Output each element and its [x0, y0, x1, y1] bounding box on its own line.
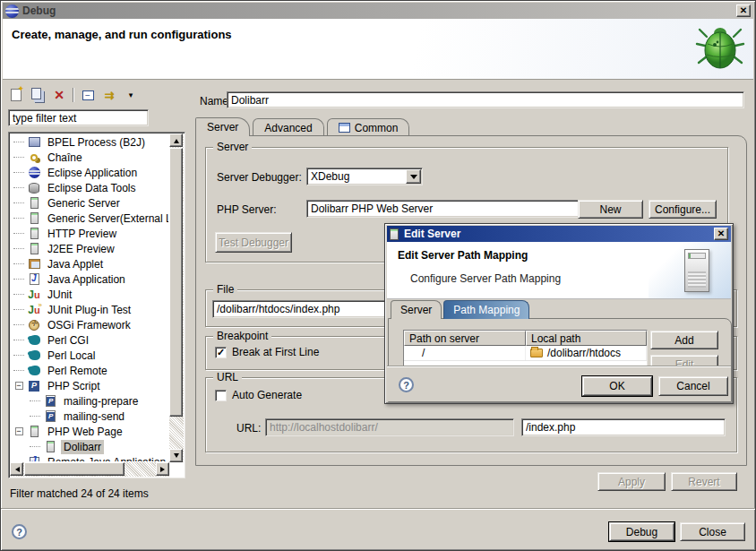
name-input[interactable] [227, 91, 744, 108]
auto-generate-label: Auto Generate [232, 389, 302, 401]
scrollbar-thumb[interactable] [169, 148, 183, 417]
tree-item-php-web-page[interactable]: −PHP Web Page [11, 424, 168, 439]
java-icon [27, 272, 41, 286]
debug-configurations-window: Debug ✕ Create, manage, and run configur… [0, 0, 756, 551]
tree-item-perl-cgi[interactable]: Perl CGI [11, 332, 168, 348]
revert-button[interactable]: Revert [671, 472, 737, 491]
tree-item-remote-java-application[interactable]: Remote Java Application [11, 454, 168, 461]
tree-item-mailing-prepare[interactable]: mailing-prepare [11, 393, 168, 409]
chevron-down-icon[interactable] [406, 169, 421, 184]
server-path-cell: / [404, 346, 526, 360]
filter-status: Filter matched 24 of 24 items [10, 487, 149, 500]
tree-item-junit[interactable]: JUnit [11, 287, 168, 302]
tab-common[interactable]: Common [327, 118, 410, 136]
server-debugger-combo[interactable]: XDebug [306, 168, 423, 185]
tree-item-php-script[interactable]: −PHP Script [11, 378, 168, 393]
tree-item-osgi-framework[interactable]: OSGi Framework [11, 317, 168, 332]
dialog-tab-path-mapping[interactable]: Path Mapping [443, 300, 529, 319]
tab-server[interactable]: Server [195, 117, 250, 136]
tree-item-perl-local[interactable]: Perl Local [11, 348, 168, 363]
apply-button[interactable]: Apply [597, 472, 666, 491]
debug-button[interactable]: Debug [609, 522, 674, 541]
scrollbar-thumb[interactable] [24, 462, 125, 476]
filter-input[interactable] [8, 109, 149, 126]
url-input[interactable] [265, 418, 514, 436]
close-icon: ✕ [740, 6, 747, 15]
file-group-legend: File [213, 283, 237, 296]
scroll-left-button[interactable] [10, 462, 23, 476]
delete-icon: ✕ [54, 88, 64, 102]
junit-icon [27, 288, 41, 301]
collapse-expander[interactable]: − [15, 382, 23, 390]
tree-item-j2ee-preview[interactable]: J2EE Preview [11, 241, 168, 256]
test-debugger-button[interactable]: Test Debugger [215, 232, 292, 253]
perl-camel-icon [27, 349, 41, 362]
add-mapping-button[interactable]: Add [650, 331, 718, 349]
tree-item-eclipse-data-tools[interactable]: Eclipse Data Tools [11, 180, 168, 195]
footer-separator [1, 508, 755, 510]
tree-vertical-scrollbar[interactable] [169, 133, 184, 462]
tree-item-generic-server[interactable]: Generic Server [11, 195, 168, 211]
auto-generate-checkbox[interactable]: Auto Generate [215, 389, 302, 401]
toolbar-menu-dropdown[interactable]: ▾ [123, 87, 139, 103]
toolbar-separator [73, 88, 74, 102]
tree-item-perl-remote[interactable]: Perl Remote [11, 363, 168, 378]
cancel-button[interactable]: Cancel [658, 376, 728, 396]
configurations-toolbar: ✕ − ⇉ ▾ [8, 85, 139, 105]
tree-horizontal-scrollbar[interactable] [10, 462, 169, 477]
ok-button[interactable]: OK [582, 376, 652, 396]
tree-rows: BPEL Process (B2J) Chaîne Eclipse Applic… [11, 134, 168, 461]
tree-item-generic-server-external[interactable]: Generic Server(External La [11, 211, 168, 226]
tree-item-bpel-process[interactable]: BPEL Process (B2J) [11, 134, 168, 150]
dialog-heading: Edit Server Path Mapping [398, 249, 528, 262]
tree-item-java-applet[interactable]: Java Applet [11, 256, 168, 271]
column-header-local-path[interactable]: Local path [526, 331, 647, 346]
close-button[interactable]: Close [680, 522, 745, 541]
collapse-all-icon: − [82, 90, 94, 100]
url-path-input[interactable] [521, 418, 726, 436]
tree-item-http-preview[interactable]: HTTP Preview [11, 226, 168, 241]
new-configuration-button[interactable] [8, 87, 24, 103]
php-script-icon [27, 379, 41, 392]
debug-bug-icon [694, 21, 746, 74]
scroll-right-button[interactable] [156, 462, 169, 476]
close-window-button[interactable]: ✕ [736, 4, 751, 17]
break-at-first-line-checkbox[interactable]: ✓ Break at First Line [215, 346, 319, 358]
new-server-button[interactable]: New [578, 200, 643, 219]
tree-item-mailing-send[interactable]: mailing-send [11, 409, 168, 424]
checkbox-unchecked-icon [215, 390, 227, 401]
dialog-title: Edit Server [404, 228, 460, 240]
filter-launch-configurations-button[interactable]: ⇉ [101, 87, 117, 103]
eclipse-logo-icon [5, 4, 19, 18]
tree-item-eclipse-application[interactable]: Eclipse Application [11, 165, 168, 180]
server-icon [27, 242, 41, 255]
duplicate-icon [31, 88, 41, 99]
title-bar: Debug ✕ [3, 3, 753, 19]
bpel-process-icon [27, 135, 41, 149]
tree-item-java-application[interactable]: Java Application [11, 271, 168, 287]
applet-icon [27, 257, 41, 271]
dialog-close-button[interactable]: ✕ [714, 228, 728, 240]
server-debugger-label: Server Debugger: [217, 171, 302, 184]
collapse-all-button[interactable]: − [80, 87, 96, 103]
collapse-expander[interactable]: − [15, 427, 23, 435]
osgi-target-icon [27, 318, 41, 331]
server-icon [27, 211, 41, 225]
table-row[interactable]: / /dolibarr/htdocs [404, 346, 647, 361]
dialog-help-button[interactable]: ? [399, 377, 414, 392]
column-header-path-on-server[interactable]: Path on server [404, 331, 526, 346]
duplicate-configuration-button[interactable] [30, 87, 46, 103]
tree-item-junit-plugin-test[interactable]: »JUnit Plug-in Test [11, 302, 168, 317]
new-configuration-icon [11, 89, 21, 101]
tab-advanced[interactable]: Advanced [253, 118, 323, 136]
breakpoint-group-legend: Breakpoint [213, 330, 271, 342]
dialog-tab-server[interactable]: Server [391, 300, 442, 319]
scroll-down-button[interactable] [169, 449, 183, 462]
tree-item-chaine[interactable]: Chaîne [11, 150, 168, 165]
help-button[interactable]: ? [12, 524, 27, 539]
scroll-up-button[interactable] [169, 133, 183, 147]
delete-configuration-button[interactable]: ✕ [51, 87, 67, 103]
php-server-combo[interactable]: Dolibarr PHP Web Server [306, 200, 600, 218]
configure-server-button[interactable]: Configure... [649, 200, 717, 219]
tree-item-dolibarr[interactable]: Dolibarr [11, 439, 168, 454]
